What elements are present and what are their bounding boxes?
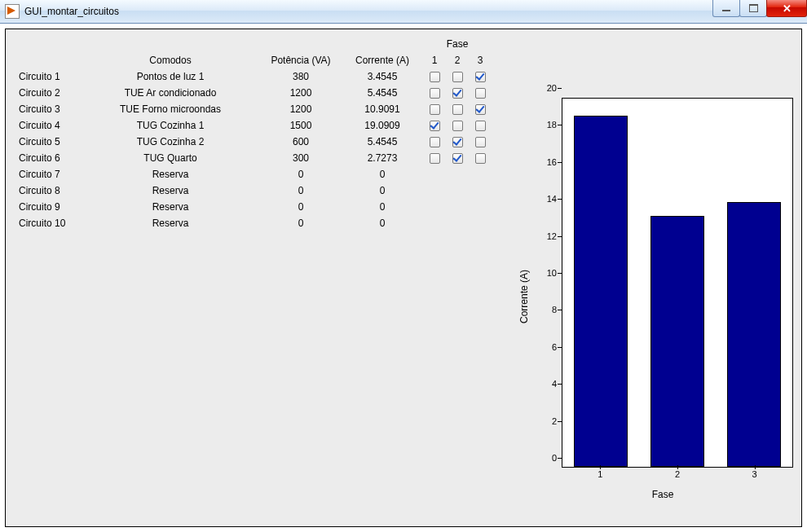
row-corrente: 0 bbox=[342, 168, 423, 181]
col-header-potencia: Potência (VA) bbox=[260, 54, 342, 67]
row-comodo: Reserva bbox=[81, 168, 260, 181]
fase-checkbox-1[interactable] bbox=[430, 137, 440, 147]
row-comodo: TUG Cozinha 1 bbox=[81, 119, 260, 132]
bar-2 bbox=[650, 216, 704, 467]
y-tick: 20 bbox=[524, 83, 557, 93]
fase-checkbox-1[interactable] bbox=[430, 72, 440, 82]
fase-checkbox-3[interactable] bbox=[475, 104, 486, 115]
row-comodo: Reserva bbox=[81, 217, 260, 230]
minimize-button[interactable] bbox=[712, 0, 740, 17]
y-tick: 18 bbox=[524, 120, 557, 130]
row-potencia: 300 bbox=[260, 152, 342, 165]
row-corrente: 0 bbox=[342, 184, 423, 197]
row-corrente: 19.0909 bbox=[342, 119, 423, 132]
fase-checkbox-3[interactable] bbox=[475, 88, 486, 99]
app-icon bbox=[5, 4, 20, 19]
fase-checkbox-2[interactable] bbox=[452, 121, 463, 131]
row-corrente: 0 bbox=[342, 200, 423, 213]
bar-3 bbox=[727, 202, 781, 467]
row-name: Circuito 1 bbox=[15, 70, 81, 83]
row-name: Circuito 4 bbox=[15, 119, 81, 132]
main-panel: FaseComodosPotência (VA)Corrente (A)123C… bbox=[5, 29, 802, 527]
fase-checkbox-3[interactable] bbox=[475, 153, 486, 164]
fase-checkbox-3[interactable] bbox=[475, 72, 486, 82]
x-tick: 2 bbox=[675, 469, 680, 479]
row-name: Circuito 2 bbox=[15, 86, 81, 99]
row-name: Circuito 8 bbox=[15, 184, 81, 197]
fase-checkbox-2[interactable] bbox=[452, 88, 463, 99]
y-tick: 8 bbox=[524, 305, 557, 314]
row-potencia: 0 bbox=[260, 200, 342, 213]
chart-x-axis-label: Fase bbox=[524, 489, 801, 500]
row-name: Circuito 9 bbox=[15, 200, 81, 213]
row-name: Circuito 5 bbox=[15, 135, 81, 148]
phase-bar-chart: Corrente (A) 02468101214161820 123 Fase bbox=[524, 93, 801, 500]
col-header-corrente: Corrente (A) bbox=[342, 54, 423, 67]
minimize-icon bbox=[722, 10, 730, 11]
maximize-button[interactable] bbox=[739, 0, 767, 17]
fase-checkbox-1[interactable] bbox=[430, 153, 440, 164]
y-tick: 12 bbox=[524, 231, 557, 241]
row-comodo: Reserva bbox=[81, 200, 260, 213]
col-header-f3: 3 bbox=[469, 54, 492, 67]
titlebar[interactable]: GUI_montar_circuitos ✕ bbox=[0, 0, 807, 24]
fase-checkbox-2[interactable] bbox=[452, 104, 463, 115]
col-header-fase: Fase bbox=[423, 37, 492, 51]
col-header-comodos: Comodos bbox=[81, 54, 260, 67]
row-potencia: 1200 bbox=[260, 86, 342, 99]
x-tick: 3 bbox=[752, 469, 757, 479]
row-potencia: 0 bbox=[260, 184, 342, 197]
bar-1 bbox=[574, 116, 628, 467]
row-potencia: 1200 bbox=[260, 103, 342, 116]
row-comodo: TUE Forno microondas bbox=[81, 103, 260, 116]
row-potencia: 0 bbox=[260, 217, 342, 230]
fase-checkbox-3[interactable] bbox=[475, 121, 486, 131]
row-comodo: TUE Ar condicionado bbox=[81, 86, 260, 99]
row-comodo: TUG Cozinha 2 bbox=[81, 135, 260, 148]
y-tick: 6 bbox=[524, 342, 557, 352]
row-name: Circuito 6 bbox=[15, 152, 81, 165]
row-potencia: 600 bbox=[260, 135, 342, 148]
window-controls: ✕ bbox=[713, 0, 807, 16]
row-corrente: 5.4545 bbox=[342, 86, 423, 99]
fase-checkbox-2[interactable] bbox=[452, 72, 463, 82]
row-potencia: 380 bbox=[260, 70, 342, 83]
circuit-table: FaseComodosPotência (VA)Corrente (A)123C… bbox=[15, 37, 513, 230]
client-area: FaseComodosPotência (VA)Corrente (A)123C… bbox=[0, 24, 807, 532]
close-button[interactable]: ✕ bbox=[766, 0, 807, 17]
row-corrente: 0 bbox=[342, 217, 423, 230]
fase-checkbox-1[interactable] bbox=[430, 104, 440, 115]
y-tick: 10 bbox=[524, 268, 557, 278]
col-header-f1: 1 bbox=[423, 54, 446, 67]
row-name: Circuito 3 bbox=[15, 103, 81, 116]
y-tick: 4 bbox=[524, 379, 557, 389]
fase-checkbox-1[interactable] bbox=[430, 88, 440, 99]
y-tick: 0 bbox=[524, 453, 557, 463]
row-name: Circuito 7 bbox=[15, 168, 81, 181]
window-title: GUI_montar_circuitos bbox=[24, 6, 119, 17]
row-corrente: 3.4545 bbox=[342, 70, 423, 83]
fase-checkbox-1[interactable] bbox=[430, 121, 440, 131]
row-name: Circuito 10 bbox=[15, 217, 81, 230]
x-tick: 1 bbox=[598, 469, 602, 479]
row-corrente: 2.7273 bbox=[342, 152, 423, 165]
row-potencia: 1500 bbox=[260, 119, 342, 132]
fase-checkbox-2[interactable] bbox=[452, 153, 463, 164]
chart-plot-area bbox=[562, 98, 793, 468]
fase-checkbox-2[interactable] bbox=[452, 137, 463, 147]
row-comodo: Reserva bbox=[81, 184, 260, 197]
row-comodo: Pontos de luz 1 bbox=[81, 70, 260, 83]
row-comodo: TUG Quarto bbox=[81, 152, 260, 165]
row-corrente: 10.9091 bbox=[342, 103, 423, 116]
row-potencia: 0 bbox=[260, 168, 342, 181]
y-tick: 14 bbox=[524, 194, 557, 204]
row-corrente: 5.4545 bbox=[342, 135, 423, 148]
app-window: GUI_montar_circuitos ✕ FaseComodosPotênc… bbox=[0, 0, 807, 532]
fase-checkbox-3[interactable] bbox=[475, 137, 486, 147]
y-tick: 2 bbox=[524, 416, 557, 426]
close-icon: ✕ bbox=[783, 3, 792, 14]
maximize-icon bbox=[749, 4, 758, 12]
col-header-f2: 2 bbox=[446, 54, 469, 67]
y-tick: 16 bbox=[524, 157, 557, 167]
